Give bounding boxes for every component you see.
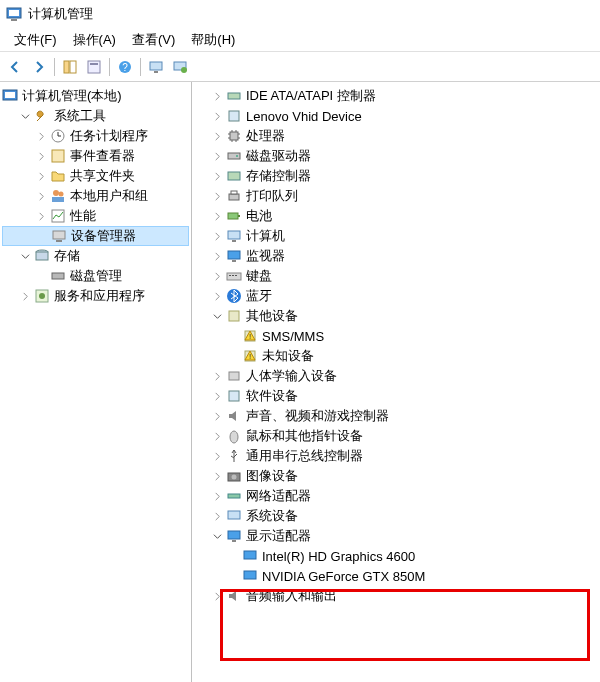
chevron-right-icon[interactable]	[34, 189, 48, 203]
sidebar-root-label: 计算机管理(本地)	[22, 87, 122, 105]
chevron-down-icon[interactable]	[18, 109, 32, 123]
device-category-cpu[interactable]: 处理器	[194, 126, 598, 146]
chevron-right-icon[interactable]	[34, 209, 48, 223]
svg-rect-9	[150, 62, 162, 70]
chevron-right-icon[interactable]	[210, 509, 224, 523]
folder-share-icon	[50, 168, 66, 184]
scan-hardware-button[interactable]	[145, 56, 167, 78]
chevron-down-icon[interactable]	[210, 309, 224, 323]
chevron-right-icon[interactable]	[210, 89, 224, 103]
svg-rect-53	[229, 391, 239, 401]
svg-rect-60	[232, 540, 236, 542]
device-sms-mms[interactable]: ! SMS/MMS	[194, 326, 598, 346]
device-intel-gpu[interactable]: Intel(R) HD Graphics 4600	[194, 546, 598, 566]
sidebar-local-users[interactable]: 本地用户和组	[2, 186, 189, 206]
menu-file[interactable]: 文件(F)	[6, 29, 65, 51]
cpu-icon	[226, 128, 242, 144]
sidebar-task-scheduler[interactable]: 任务计划程序	[2, 126, 189, 146]
chevron-right-icon[interactable]	[210, 149, 224, 163]
sidebar-system-tools[interactable]: 系统工具	[2, 106, 189, 126]
monitor-icon	[226, 248, 242, 264]
chevron-right-icon[interactable]	[210, 169, 224, 183]
menu-help[interactable]: 帮助(H)	[183, 29, 243, 51]
expander-empty	[226, 329, 240, 343]
device-category-display-adapters[interactable]: 显示适配器	[194, 526, 598, 546]
wrench-icon	[34, 108, 50, 124]
help-button[interactable]: ?	[114, 56, 136, 78]
forward-button[interactable]	[28, 56, 50, 78]
device-category-imaging[interactable]: 图像设备	[194, 466, 598, 486]
device-label: 处理器	[246, 127, 285, 145]
device-category-computers[interactable]: 计算机	[194, 226, 598, 246]
chevron-right-icon[interactable]	[210, 369, 224, 383]
device-label: 鼠标和其他指针设备	[246, 427, 363, 445]
chevron-right-icon[interactable]	[210, 129, 224, 143]
chevron-right-icon[interactable]	[210, 189, 224, 203]
device-category-other-devices[interactable]: 其他设备	[194, 306, 598, 326]
sidebar-label: 设备管理器	[71, 227, 136, 245]
chevron-right-icon[interactable]	[210, 589, 224, 603]
chevron-right-icon[interactable]	[34, 129, 48, 143]
sidebar-services-apps[interactable]: 服务和应用程序	[2, 286, 189, 306]
toolbar-separator	[109, 58, 110, 76]
device-category-disk-drives[interactable]: 磁盘驱动器	[194, 146, 598, 166]
sidebar-device-manager[interactable]: 设备管理器	[2, 226, 189, 246]
device-category-storage-ctrl[interactable]: 存储控制器	[194, 166, 598, 186]
chevron-down-icon[interactable]	[210, 529, 224, 543]
device-category-battery[interactable]: 电池	[194, 206, 598, 226]
chevron-right-icon[interactable]	[210, 229, 224, 243]
chevron-right-icon[interactable]	[210, 289, 224, 303]
hid-icon	[226, 368, 242, 384]
device-category-system-devices[interactable]: 系统设备	[194, 506, 598, 526]
device-category-network[interactable]: 网络适配器	[194, 486, 598, 506]
device-label: 磁盘驱动器	[246, 147, 311, 165]
back-button[interactable]	[4, 56, 26, 78]
device-category-mouse[interactable]: 鼠标和其他指针设备	[194, 426, 598, 446]
menu-action[interactable]: 操作(A)	[65, 29, 124, 51]
device-nvidia-gpu[interactable]: NVIDIA GeForce GTX 850M	[194, 566, 598, 586]
sidebar-shared-folders[interactable]: 共享文件夹	[2, 166, 189, 186]
device-category-bluetooth[interactable]: 蓝牙	[194, 286, 598, 306]
device-category-sound[interactable]: 声音、视频和游戏控制器	[194, 406, 598, 426]
sidebar: 计算机管理(本地) 系统工具 任务计划程序 事件查看器 共享文件夹	[0, 82, 192, 682]
sidebar-storage[interactable]: 存储	[2, 246, 189, 266]
device-unknown[interactable]: ! 未知设备	[194, 346, 598, 366]
chevron-right-icon[interactable]	[210, 249, 224, 263]
device-label: 系统设备	[246, 507, 298, 525]
svg-point-56	[232, 475, 237, 480]
chevron-right-icon[interactable]	[210, 489, 224, 503]
chevron-right-icon[interactable]	[34, 169, 48, 183]
expander-empty	[34, 269, 48, 283]
properties-button[interactable]	[83, 56, 105, 78]
sidebar-label: 存储	[54, 247, 80, 265]
device-category-monitors[interactable]: 监视器	[194, 246, 598, 266]
device-category-print-queue[interactable]: 打印队列	[194, 186, 598, 206]
device-category-keyboards[interactable]: 键盘	[194, 266, 598, 286]
device-category-software-devices[interactable]: 软件设备	[194, 386, 598, 406]
refresh-button[interactable]	[169, 56, 191, 78]
sidebar-event-viewer[interactable]: 事件查看器	[2, 146, 189, 166]
chevron-right-icon[interactable]	[210, 269, 224, 283]
chevron-right-icon[interactable]	[210, 429, 224, 443]
chevron-right-icon[interactable]	[210, 449, 224, 463]
chevron-right-icon[interactable]	[210, 209, 224, 223]
chevron-right-icon[interactable]	[210, 109, 224, 123]
chevron-right-icon[interactable]	[210, 469, 224, 483]
sidebar-disk-mgmt[interactable]: 磁盘管理	[2, 266, 189, 286]
device-category-hid[interactable]: 人体学输入设备	[194, 366, 598, 386]
device-category-usb[interactable]: 通用串行总线控制器	[194, 446, 598, 466]
sidebar-performance[interactable]: 性能	[2, 206, 189, 226]
svg-rect-10	[154, 71, 158, 73]
chevron-right-icon[interactable]	[210, 409, 224, 423]
chevron-down-icon[interactable]	[18, 249, 32, 263]
device-category-lenovo[interactable]: Lenovo Vhid Device	[194, 106, 598, 126]
chevron-right-icon[interactable]	[34, 149, 48, 163]
sidebar-root[interactable]: 计算机管理(本地)	[2, 86, 189, 106]
device-category-ide[interactable]: IDE ATA/ATAPI 控制器	[194, 86, 598, 106]
svg-rect-57	[228, 494, 240, 498]
device-category-audio-io[interactable]: 音频输入和输出	[194, 586, 598, 606]
show-hide-tree-button[interactable]	[59, 56, 81, 78]
chevron-right-icon[interactable]	[210, 389, 224, 403]
menu-view[interactable]: 查看(V)	[124, 29, 183, 51]
chevron-right-icon[interactable]	[18, 289, 32, 303]
